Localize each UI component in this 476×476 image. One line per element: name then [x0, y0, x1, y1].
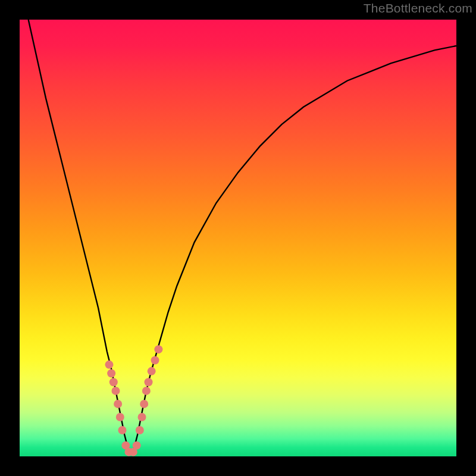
curve-marker [118, 426, 126, 434]
plot-area [20, 20, 456, 456]
curve-marker [145, 378, 153, 386]
curve-marker [148, 367, 156, 375]
curve-marker [111, 387, 120, 395]
curve-svg [20, 20, 456, 456]
curve-marker [140, 400, 148, 408]
curve-marker [116, 413, 124, 421]
curve-marker [107, 369, 115, 378]
curve-marker [142, 387, 151, 395]
curve-marker [105, 361, 113, 369]
curve-marker [109, 378, 118, 386]
curve-marker [154, 345, 162, 353]
curve-marker [136, 426, 144, 434]
curve-marker [133, 441, 141, 450]
watermark-text: TheBottleneck.com [364, 1, 472, 15]
curve-marker [114, 400, 122, 408]
curve-marker [138, 413, 146, 421]
bottleneck-curve [29, 20, 456, 452]
curve-marker [151, 356, 159, 365]
chart-frame: TheBottleneck.com [0, 0, 476, 476]
marker-group [105, 345, 162, 456]
